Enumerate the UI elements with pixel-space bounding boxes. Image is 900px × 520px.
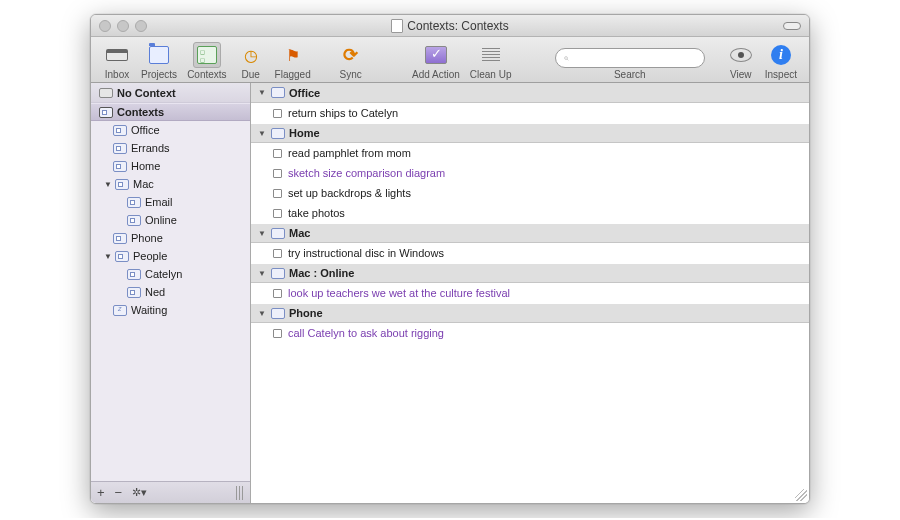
sidebar-item-phone[interactable]: Phone xyxy=(91,229,250,247)
sidebar-item-waiting[interactable]: Waiting xyxy=(91,301,250,319)
group-title: Home xyxy=(289,127,320,139)
task-row[interactable]: sketch size comparison diagram xyxy=(251,163,809,183)
context-icon xyxy=(271,128,285,139)
task-checkbox[interactable] xyxy=(273,149,282,158)
inspect-label: Inspect xyxy=(765,69,797,80)
group-title: Mac xyxy=(289,227,310,239)
group-header[interactable]: ▼Mac xyxy=(251,223,809,243)
task-text: set up backdrops & lights xyxy=(288,187,411,199)
svg-point-0 xyxy=(564,56,567,59)
no-context-icon xyxy=(99,88,113,98)
sidebar-item-errands[interactable]: Errands xyxy=(91,139,250,157)
no-context-label: No Context xyxy=(117,87,176,99)
task-checkbox[interactable] xyxy=(273,329,282,338)
context-icon xyxy=(271,87,285,98)
sidebar-item-online[interactable]: Online xyxy=(91,211,250,229)
task-row[interactable]: take photos xyxy=(251,203,809,223)
toolbar: Inbox Projects Contexts ◷ Due ⚑ Flagged … xyxy=(91,37,809,83)
toolbar-inbox[interactable]: Inbox xyxy=(99,42,135,80)
task-row[interactable]: try instructional disc in Windows xyxy=(251,243,809,263)
sidebar-item-catelyn[interactable]: Catelyn xyxy=(91,265,250,283)
toolbar-toggle-lozenge[interactable] xyxy=(783,22,801,30)
sync-icon: ⟳ xyxy=(343,44,358,66)
toolbar-due[interactable]: ◷ Due xyxy=(233,42,269,80)
disclosure-triangle-icon[interactable]: ▼ xyxy=(257,88,267,97)
sidebar-list: No Context Contexts Office Errands Home xyxy=(91,83,250,481)
sidebar-item-ned[interactable]: Ned xyxy=(91,283,250,301)
inbox-icon xyxy=(106,49,128,61)
clean-up-icon xyxy=(482,48,500,62)
sidebar-contexts-group[interactable]: Contexts xyxy=(91,103,250,121)
context-icon xyxy=(113,125,127,136)
task-row[interactable]: look up teachers we wet at the culture f… xyxy=(251,283,809,303)
sidebar-item-people[interactable]: ▼ People xyxy=(91,247,250,265)
group-header[interactable]: ▼Mac : Online xyxy=(251,263,809,283)
add-action-icon xyxy=(425,46,447,64)
toolbar-clean-up[interactable]: Clean Up xyxy=(466,42,516,80)
sidebar-item-email[interactable]: Email xyxy=(91,193,250,211)
sidebar-item-office[interactable]: Office xyxy=(91,121,250,139)
disclosure-triangle-icon[interactable]: ▼ xyxy=(103,252,113,261)
contexts-label: Contexts xyxy=(187,69,226,80)
disclosure-triangle-icon[interactable]: ▼ xyxy=(257,269,267,278)
context-icon xyxy=(113,161,127,172)
body: No Context Contexts Office Errands Home xyxy=(91,83,809,503)
main-outline: ▼Officereturn ships to Catelyn▼Homeread … xyxy=(251,83,809,503)
task-row[interactable]: call Catelyn to ask about rigging xyxy=(251,323,809,343)
toolbar-contexts[interactable]: Contexts xyxy=(183,42,230,80)
toolbar-add-action[interactable]: Add Action xyxy=(408,42,464,80)
group-title: Mac : Online xyxy=(289,267,354,279)
disclosure-triangle-icon[interactable]: ▼ xyxy=(257,309,267,318)
sidebar-resize-handle[interactable] xyxy=(236,486,244,500)
group-header[interactable]: ▼Phone xyxy=(251,303,809,323)
toolbar-view[interactable]: View xyxy=(723,42,759,80)
sidebar-item-label: Online xyxy=(145,214,177,226)
disclosure-triangle-icon[interactable]: ▼ xyxy=(257,229,267,238)
task-row[interactable]: return ships to Catelyn xyxy=(251,103,809,123)
task-checkbox[interactable] xyxy=(273,289,282,298)
toolbar-flagged[interactable]: ⚑ Flagged xyxy=(271,42,315,80)
toolbar-inspect[interactable]: i Inspect xyxy=(761,42,801,80)
task-checkbox[interactable] xyxy=(273,169,282,178)
window-title: Contexts: Contexts xyxy=(407,19,508,33)
gear-menu-button[interactable]: ✲▾ xyxy=(132,486,147,499)
task-text: sketch size comparison diagram xyxy=(288,167,445,179)
minimize-button[interactable] xyxy=(117,20,129,32)
context-icon xyxy=(271,228,285,239)
task-row[interactable]: read pamphlet from mom xyxy=(251,143,809,163)
search-field[interactable] xyxy=(555,48,705,68)
sync-label: Sync xyxy=(340,69,362,80)
task-row[interactable]: set up backdrops & lights xyxy=(251,183,809,203)
window-controls xyxy=(99,20,147,32)
sidebar-item-mac[interactable]: ▼ Mac xyxy=(91,175,250,193)
sidebar-item-home[interactable]: Home xyxy=(91,157,250,175)
context-icon xyxy=(115,179,129,190)
clock-icon: ◷ xyxy=(244,46,258,65)
task-checkbox[interactable] xyxy=(273,109,282,118)
info-icon: i xyxy=(771,45,791,65)
context-icon xyxy=(127,287,141,298)
toolbar-projects[interactable]: Projects xyxy=(137,42,181,80)
context-icon xyxy=(127,269,141,280)
app-window: Contexts: Contexts Inbox Projects Contex… xyxy=(90,14,810,504)
group-title: Phone xyxy=(289,307,323,319)
group-header[interactable]: ▼Home xyxy=(251,123,809,143)
task-checkbox[interactable] xyxy=(273,189,282,198)
task-checkbox[interactable] xyxy=(273,209,282,218)
remove-button[interactable]: − xyxy=(115,485,123,500)
group-header[interactable]: ▼Office xyxy=(251,83,809,103)
zoom-button[interactable] xyxy=(135,20,147,32)
sidebar-no-context[interactable]: No Context xyxy=(91,83,250,103)
add-button[interactable]: + xyxy=(97,485,105,500)
search-input[interactable] xyxy=(573,52,696,64)
projects-label: Projects xyxy=(141,69,177,80)
close-button[interactable] xyxy=(99,20,111,32)
waiting-icon xyxy=(113,305,127,316)
window-resize-handle[interactable] xyxy=(795,489,807,501)
task-checkbox[interactable] xyxy=(273,249,282,258)
task-text: try instructional disc in Windows xyxy=(288,247,444,259)
disclosure-triangle-icon[interactable]: ▼ xyxy=(103,180,113,189)
sidebar-footer: + − ✲▾ xyxy=(91,481,250,503)
toolbar-sync[interactable]: ⟳ Sync xyxy=(333,42,369,80)
disclosure-triangle-icon[interactable]: ▼ xyxy=(257,129,267,138)
